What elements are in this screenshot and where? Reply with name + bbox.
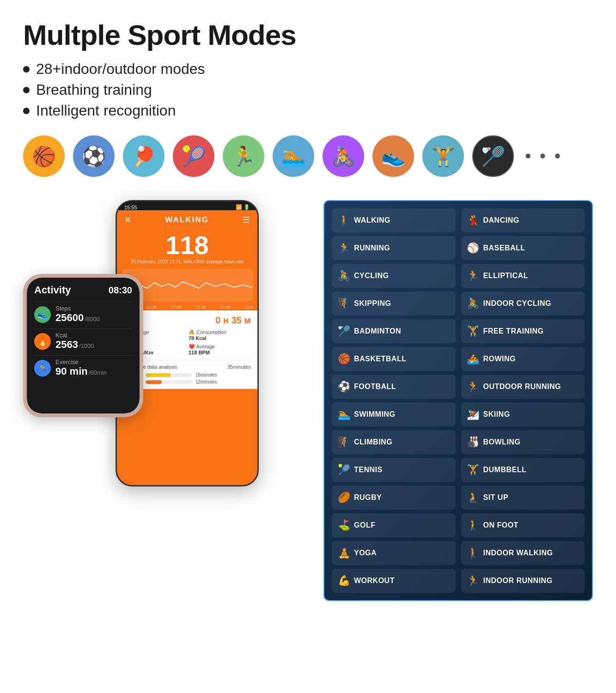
sport-label-skipping: SKIPPING	[354, 299, 391, 308]
cycle-icon: 🚴	[337, 270, 350, 282]
sport-icon-badminton: 🏸	[472, 135, 514, 177]
sport-item-dancing[interactable]: 💃 DANCING	[461, 208, 585, 232]
phone-stat-avg: ❤️ Average 118 BPM	[189, 344, 251, 355]
sport-label-indoor-walking: INDOOR WALKING	[483, 549, 553, 557]
sport-label-dumbbell: DUMBBELL	[483, 466, 527, 474]
watch-steps-text: Steps 25600 /8000	[55, 305, 100, 324]
watch-time: 08:30	[109, 285, 132, 296]
sport-item-indoor-cycling[interactable]: 🚴 INDOOR CYCLING	[461, 292, 585, 316]
phone-heart-rate-display: 118 25 February, 2022 12:21. WALKING ave…	[117, 228, 257, 266]
watch-exercise-label: Exercise	[55, 359, 107, 365]
sport-icon-soccer: ⚽	[73, 135, 115, 177]
watch-divider-2	[34, 328, 132, 329]
sport-item-badminton[interactable]: 🏸 BADMINTON	[332, 319, 456, 343]
sport-item-indoor-walking[interactable]: 🚶 INDOOR WALKING	[461, 541, 585, 565]
sport-item-skipping[interactable]: 🧗 SKIPPING	[332, 292, 456, 316]
sport-item-bowling[interactable]: 🎳 BOWLING	[461, 430, 585, 454]
sport-item-indoor-running[interactable]: 🏃 INDOOR RUNNING	[461, 569, 585, 593]
sport-item-situp[interactable]: 🧎 SIT UP	[461, 486, 585, 510]
sport-item-on-foot[interactable]: 🚶 ON FOOT	[461, 513, 585, 537]
watch-screen: Activity 08:30 👟 Steps 25600 /8000	[27, 278, 140, 413]
sport-item-skiing[interactable]: ⛷️ SKIING	[461, 402, 585, 426]
sport-label-workout: WORKOUT	[354, 577, 395, 585]
outdoor-run-icon: 🏃	[467, 381, 480, 393]
elliptical-icon: 🏃	[467, 270, 480, 282]
watch-kcal-text: Kcal 2563 /1000	[55, 332, 94, 351]
page-title: Multple Sport Modes	[23, 18, 593, 51]
sport-modes-table: 🚶 WALKING 🏃 RUNNING 🚴 CYCLING 🧗 SKIPPING	[323, 200, 593, 601]
sport-label-rugby: RUGBY	[354, 493, 382, 502]
sport-label-climbing: CLIMBING	[354, 438, 392, 446]
phone-menu-icon: ☰	[243, 215, 250, 225]
smartwatch-mock: Activity 08:30 👟 Steps 25600 /8000	[23, 274, 143, 417]
sport-icon-swimming: 🏊	[273, 135, 314, 177]
sport-item-free-training[interactable]: 🏋️ FREE TRAINING	[461, 319, 585, 343]
sport-item-football[interactable]: ⚽ FOOTBALL	[332, 375, 456, 399]
row-icon: 🚣	[467, 353, 480, 365]
indoor-cycle-icon: 🚴	[467, 298, 480, 310]
sport-label-free-training: FREE TRAINING	[483, 327, 544, 335]
sport-item-climbing[interactable]: 🧗 CLIMBING	[332, 430, 456, 454]
sport-icon-cycling: 🚴	[323, 135, 364, 177]
watch-divider-3	[34, 355, 132, 356]
sport-label-badminton: BADMINTON	[354, 327, 401, 335]
sport-label-baseball: BASEBALL	[483, 244, 525, 252]
sport-item-cycling[interactable]: 🚴 CYCLING	[332, 264, 456, 288]
sport-item-rugby[interactable]: 🏉 RUGBY	[332, 486, 456, 510]
bullet-item-1: 28+indoor/outdoor modes	[23, 61, 593, 78]
watch-exercise-icon: 🏃	[34, 360, 51, 377]
sport-item-dumbbell[interactable]: 🏋️ DUMBBELL	[461, 458, 585, 482]
bullet-dot-2	[23, 87, 30, 93]
sport-label-indoor-cycling: INDOOR CYCLING	[483, 299, 551, 308]
sport-item-elliptical[interactable]: 🏃 ELLIPTICAL	[461, 264, 585, 288]
sport-label-golf: GOLF	[354, 521, 375, 529]
sport-item-running[interactable]: 🏃 RUNNING	[332, 236, 456, 260]
sport-item-workout[interactable]: 💪 WORKOUT	[332, 569, 456, 593]
more-icons-ellipsis: • • •	[525, 146, 562, 166]
indoor-run-icon: 🏃	[467, 575, 480, 587]
badminton-icon: 🏸	[337, 325, 350, 337]
tennis-icon: 🎾	[337, 464, 350, 476]
football-icon: ⚽	[337, 381, 350, 393]
phone-header: ✕ WALKING ☰	[117, 210, 257, 228]
watch-stat-kcal: 🔥 Kcal 2563 /1000	[34, 332, 132, 351]
sport-item-rowing[interactable]: 🚣 ROWING	[461, 347, 585, 371]
sport-item-yoga[interactable]: 🧘 YOGA	[332, 541, 456, 565]
walk-icon: 🚶	[337, 214, 350, 226]
sport-icon-tennis: 🎾	[173, 135, 214, 177]
yoga-icon: 🧘	[337, 547, 350, 559]
sport-icon-tabletennis: 🏓	[123, 135, 165, 177]
sport-item-walking[interactable]: 🚶 WALKING	[332, 208, 456, 232]
sport-label-outdoor-running: OUTDOOR RUNNING	[483, 383, 561, 391]
sport-item-tennis[interactable]: 🎾 TENNIS	[332, 458, 456, 482]
sport-item-swimming[interactable]: 🏊 SWIMMING	[332, 402, 456, 426]
on-foot-icon: 🚶	[467, 519, 480, 531]
sport-label-situp: SIT UP	[483, 493, 509, 502]
sport-icon-running: 🏃	[223, 135, 264, 177]
bowl-icon: 🎳	[467, 436, 480, 448]
sport-columns: 🚶 WALKING 🏃 RUNNING 🚴 CYCLING 🧗 SKIPPING	[332, 208, 585, 593]
sport-column-right: 💃 DANCING ⚾ BASEBALL 🏃 ELLIPTICAL 🚴 INDO…	[461, 208, 585, 593]
run-icon: 🏃	[337, 242, 350, 254]
sport-icon-basketball: 🏀	[23, 135, 65, 177]
sport-label-yoga: YOGA	[354, 549, 377, 557]
watch-steps-value: 25600	[55, 312, 84, 324]
watch-steps-label: Steps	[55, 305, 100, 312]
watch-kcal-icon: 🔥	[34, 333, 51, 350]
phone-status-icons: 📶 🔋	[236, 204, 250, 210]
bullet-dot-1	[23, 66, 30, 73]
situp-icon: 🧎	[467, 492, 480, 504]
swim-icon: 🏊	[337, 408, 350, 420]
sport-item-baseball[interactable]: ⚾ BASEBALL	[461, 236, 585, 260]
sport-label-swimming: SWIMMING	[354, 410, 395, 419]
sport-label-tennis: TENNIS	[354, 466, 383, 474]
watch-stat-steps: 👟 Steps 25600 /8000	[34, 305, 132, 324]
bullet-item-2: Breathing training	[23, 81, 593, 98]
sport-item-golf[interactable]: ⛳ GOLF	[332, 513, 456, 537]
sport-item-outdoor-running[interactable]: 🏃 OUTDOOR RUNNING	[461, 375, 585, 399]
skip-icon: 🧗	[337, 298, 350, 310]
feature-list: 28+indoor/outdoor modes Breathing traini…	[23, 61, 593, 119]
sport-item-basketball[interactable]: 🏀 BASKETBALL	[332, 347, 456, 371]
watch-exercise-text: Exercise 90 min /60min	[55, 359, 107, 377]
climb-icon: 🧗	[337, 436, 350, 448]
